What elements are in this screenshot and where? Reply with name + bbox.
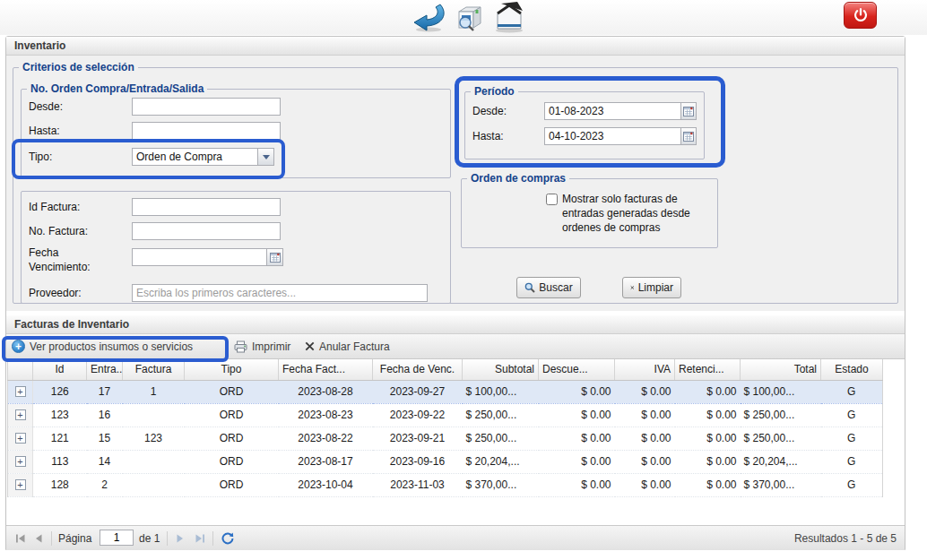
next-page-icon xyxy=(175,532,186,545)
id-factura-input[interactable] xyxy=(132,198,281,216)
table-row[interactable]: + 113 14 ORD 2023-08-17 2023-09-16 $ 20,… xyxy=(8,450,883,473)
cell-fecha-factura: 2023-08-23 xyxy=(279,403,373,426)
imprimir-button[interactable]: Imprimir xyxy=(234,334,290,358)
first-page-button[interactable] xyxy=(14,530,27,547)
cell-iva: $ 0.00 xyxy=(615,450,675,473)
col-fecha-factura[interactable]: Fecha Fact... xyxy=(279,359,373,380)
pagination-separator xyxy=(212,531,213,546)
limpiar-button[interactable]: Limpiar xyxy=(622,277,681,298)
table-row[interactable]: + 121 15 123 ORD 2023-08-22 2023-09-21 $… xyxy=(8,426,883,450)
fieldset-orden-legend: No. Orden Compra/Entrada/Salida xyxy=(27,82,207,95)
table-row[interactable]: + 126 17 1 ORD 2023-08-28 2023-09-27 $ 1… xyxy=(8,380,883,403)
facturas-table: Id Entra... Factura Tipo Fecha Fact... F… xyxy=(7,359,883,497)
proveedor-input[interactable] xyxy=(132,284,428,302)
fecha-vencimiento-input[interactable] xyxy=(132,248,267,266)
table-row[interactable]: + 128 2 ORD 2023-10-04 2023-11-03 $ 370,… xyxy=(8,473,883,496)
cell-fecha-vencimiento: 2023-09-21 xyxy=(373,426,463,450)
cell-retencion: $ 0.00 xyxy=(675,380,741,403)
power-icon xyxy=(853,7,869,23)
tipo-combo-arrow[interactable] xyxy=(258,148,274,166)
col-total[interactable]: Total xyxy=(741,359,821,380)
pagination-bar: Página de 1 Resu xyxy=(6,525,905,550)
row-expand-icon[interactable]: + xyxy=(15,456,26,467)
cell-fecha-factura: 2023-08-17 xyxy=(279,450,373,473)
cell-fecha-factura: 2023-08-22 xyxy=(279,426,373,450)
fieldset-periodo: Período Desde: Hasta: xyxy=(464,91,705,159)
cell-id: 126 xyxy=(33,380,87,403)
cell-descuento: $ 0.00 xyxy=(539,403,615,426)
cell-id: 123 xyxy=(33,403,87,426)
cell-factura: 123 xyxy=(123,426,185,450)
panel-title-text: Inventario xyxy=(14,39,65,52)
col-iva[interactable]: IVA xyxy=(615,359,675,380)
home-icon[interactable] xyxy=(490,1,528,33)
col-fecha-vencimiento[interactable]: Fecha de Venc. xyxy=(373,359,463,380)
proveedor-label: Proveedor: xyxy=(29,287,82,299)
grid-panel-title: Facturas de Inventario xyxy=(6,315,905,334)
periodo-hasta-label: Hasta: xyxy=(472,130,504,142)
orden-desde-input[interactable] xyxy=(132,98,281,116)
grid-panel-title-text: Facturas de Inventario xyxy=(14,318,129,331)
cell-tipo: ORD xyxy=(185,426,279,450)
last-page-button[interactable] xyxy=(194,530,206,547)
ver-productos-button[interactable]: + Ver productos insumos o servicios xyxy=(12,334,193,358)
refresh-icon xyxy=(221,531,235,546)
fecha-vencimiento-calendar-button[interactable] xyxy=(267,248,283,266)
cell-retencion: $ 0.00 xyxy=(675,473,741,496)
row-expand-icon[interactable]: + xyxy=(15,479,26,490)
cell-subtotal: $ 100,00... xyxy=(463,380,539,403)
periodo-hasta-calendar-button[interactable] xyxy=(681,127,697,145)
row-expand-icon[interactable]: + xyxy=(15,386,26,397)
anular-factura-label: Anular Factura xyxy=(319,340,390,353)
col-descuento[interactable]: Descue... xyxy=(539,359,615,380)
limpiar-button-label: Limpiar xyxy=(638,281,673,294)
buscar-button-label: Buscar xyxy=(539,281,572,294)
col-estado[interactable]: Estado xyxy=(821,359,883,380)
refresh-button[interactable] xyxy=(221,530,235,547)
search-module-icon[interactable] xyxy=(454,4,488,33)
logout-power-button[interactable] xyxy=(844,2,877,29)
row-expand-icon[interactable]: + xyxy=(15,433,26,444)
cell-subtotal: $ 20,204,... xyxy=(463,450,539,473)
fieldset-criterios: Criterios de selección No. Orden Compra/… xyxy=(13,67,898,304)
periodo-desde-calendar-button[interactable] xyxy=(681,102,697,120)
cell-subtotal: $ 250,00... xyxy=(463,426,539,450)
col-retencion[interactable]: Retenci... xyxy=(675,359,741,380)
cell-factura: 1 xyxy=(123,380,185,403)
back-icon[interactable] xyxy=(411,2,452,33)
orden-hasta-input[interactable] xyxy=(132,122,281,140)
mostrar-solo-facturas-checkbox[interactable] xyxy=(546,194,558,205)
page-label: Página xyxy=(58,530,91,547)
cell-factura xyxy=(123,403,185,426)
prev-page-button[interactable] xyxy=(33,530,44,547)
mostrar-solo-facturas-label: Mostrar solo facturas de entradas genera… xyxy=(562,192,715,235)
col-id[interactable]: Id xyxy=(33,359,87,380)
cell-tipo: ORD xyxy=(185,403,279,426)
grid-region: Id Entra... Factura Tipo Fecha Fact... F… xyxy=(6,359,905,525)
periodo-hasta-input[interactable] xyxy=(544,127,681,145)
table-row[interactable]: + 123 16 ORD 2023-08-23 2023-09-22 $ 250… xyxy=(8,403,883,426)
cell-retencion: $ 0.00 xyxy=(675,426,741,450)
no-factura-input[interactable] xyxy=(132,222,281,240)
cell-factura xyxy=(123,450,185,473)
fieldset-criterios-legend: Criterios de selección xyxy=(19,61,138,73)
cell-entrada: 16 xyxy=(87,403,123,426)
clear-x-icon xyxy=(630,283,635,292)
prev-page-icon xyxy=(33,532,44,545)
page-number-input[interactable] xyxy=(100,530,134,546)
grid-toolbar: + Ver productos insumos o servicios Impr… xyxy=(6,334,905,359)
col-factura[interactable]: Factura xyxy=(123,359,185,380)
col-entrada[interactable]: Entra... xyxy=(87,359,123,380)
col-tipo[interactable]: Tipo xyxy=(185,359,279,380)
next-page-button[interactable] xyxy=(175,530,186,547)
plus-circle-icon: + xyxy=(12,340,25,353)
periodo-desde-input[interactable] xyxy=(544,102,681,120)
row-expand-icon[interactable]: + xyxy=(15,409,26,420)
tipo-combobox[interactable] xyxy=(132,148,258,166)
buscar-button[interactable]: Buscar xyxy=(516,277,581,298)
cell-fecha-vencimiento: 2023-09-22 xyxy=(373,403,463,426)
anular-factura-button[interactable]: Anular Factura xyxy=(305,334,390,358)
last-page-icon xyxy=(194,532,206,545)
col-subtotal[interactable]: Subtotal xyxy=(463,359,539,380)
fieldset-orden-compras: Orden de compras Mostrar solo facturas d… xyxy=(461,178,718,248)
